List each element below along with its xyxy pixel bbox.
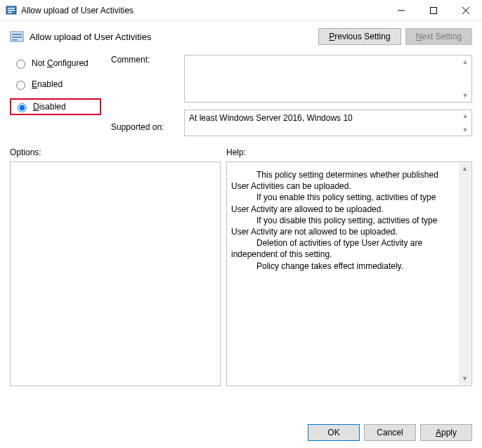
scroll-up-icon[interactable]: ▲ xyxy=(460,56,471,67)
help-p5: Policy change takes effect immediately. xyxy=(231,261,455,272)
radio-enabled[interactable]: Enabled xyxy=(10,77,101,91)
scroll-down-icon[interactable]: ▼ xyxy=(459,373,471,385)
svg-rect-3 xyxy=(8,12,12,13)
help-label: Help: xyxy=(226,147,472,157)
help-p3: If you disable this policy setting, acti… xyxy=(231,215,455,237)
comment-label: Comment: xyxy=(111,55,174,65)
ok-button[interactable]: OK xyxy=(308,424,360,441)
svg-rect-11 xyxy=(12,39,18,41)
comment-textarea[interactable]: ▲ ▼ xyxy=(184,55,472,103)
maximize-button[interactable] xyxy=(417,0,450,20)
window-buttons xyxy=(385,0,482,20)
help-p2: If you enable this policy setting, activ… xyxy=(231,192,455,214)
supported-on-label: Supported on: xyxy=(111,122,174,132)
radio-enabled-label: Enabled xyxy=(32,79,63,89)
options-label: Options: xyxy=(10,147,221,157)
options-column: Options: xyxy=(10,147,221,386)
svg-rect-9 xyxy=(12,34,22,35)
help-p4: Deletion of activities of type User Acti… xyxy=(231,237,455,260)
minimize-button[interactable] xyxy=(385,0,417,20)
policy-icon xyxy=(10,29,24,44)
apply-button[interactable]: Apply xyxy=(420,424,472,441)
help-column: Help: This policy setting determines whe… xyxy=(226,147,472,386)
lower-panels: Options: Help: This policy setting deter… xyxy=(0,147,482,386)
app-icon xyxy=(6,5,17,16)
nav-buttons: Previous Setting Next Setting xyxy=(318,28,472,45)
scroll-down-icon: ▼ xyxy=(460,125,471,135)
state-radios: Not Configured Enabled Disabled xyxy=(10,55,101,136)
scrollbar-track[interactable] xyxy=(459,163,471,385)
radio-enabled-input[interactable] xyxy=(16,81,25,90)
titlebar: Allow upload of User Activities xyxy=(0,0,482,21)
radio-disabled[interactable]: Disabled xyxy=(10,98,101,115)
options-panel xyxy=(10,162,221,386)
supported-on-field: At least Windows Server 2016, Windows 10… xyxy=(184,110,472,136)
field-labels: Comment: Supported on: xyxy=(111,55,174,136)
radio-disabled-input[interactable] xyxy=(18,103,27,112)
field-values: ▲ ▼ At least Windows Server 2016, Window… xyxy=(184,55,472,136)
svg-rect-1 xyxy=(8,8,15,9)
previous-setting-button[interactable]: Previous Setting xyxy=(318,28,400,45)
radio-not-configured-label: Not Configured xyxy=(32,58,89,68)
help-panel: This policy setting determines whether p… xyxy=(226,162,472,386)
next-setting-button: Next Setting xyxy=(405,28,472,45)
radio-not-configured[interactable]: Not Configured xyxy=(10,56,101,70)
cancel-button[interactable]: Cancel xyxy=(364,424,416,441)
policy-title: Allow upload of User Activities xyxy=(30,32,318,42)
radio-not-configured-input[interactable] xyxy=(16,60,25,69)
scroll-up-icon[interactable]: ▲ xyxy=(459,163,471,175)
window-title: Allow upload of User Activities xyxy=(21,6,385,15)
content-area: Allow upload of User Activities Previous… xyxy=(0,21,482,136)
svg-rect-10 xyxy=(12,37,22,38)
scroll-down-icon[interactable]: ▼ xyxy=(460,90,471,101)
supported-on-text: At least Windows Server 2016, Windows 10 xyxy=(189,113,353,123)
radio-disabled-label: Disabled xyxy=(33,102,66,112)
dialog-footer: OK Cancel Apply xyxy=(308,424,472,441)
state-block: Not Configured Enabled Disabled Comment:… xyxy=(10,55,472,136)
help-p1: This policy setting determines whether p… xyxy=(231,169,455,192)
policy-header: Allow upload of User Activities Previous… xyxy=(10,28,472,45)
close-button[interactable] xyxy=(450,0,482,20)
scroll-up-icon: ▲ xyxy=(460,111,471,121)
svg-rect-5 xyxy=(431,7,437,13)
svg-rect-2 xyxy=(8,10,15,11)
